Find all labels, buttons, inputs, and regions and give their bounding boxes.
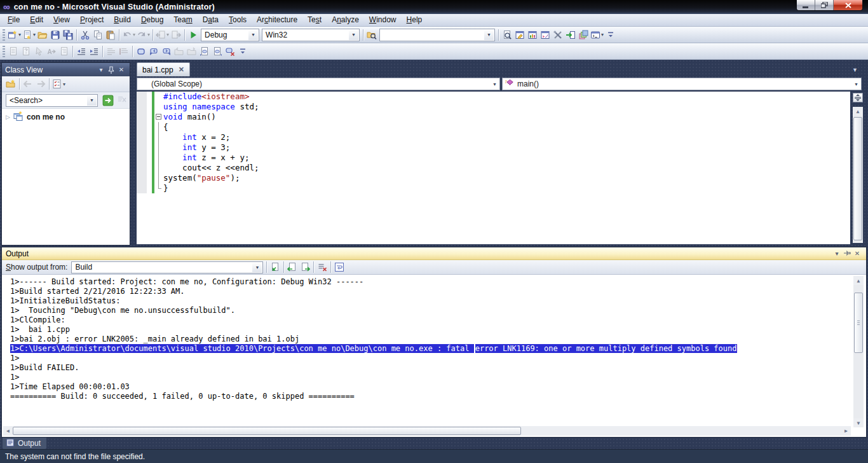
toolbox-icon[interactable] bbox=[539, 28, 552, 42]
scroll-right-icon[interactable]: ▶ bbox=[841, 428, 851, 434]
minimize-button[interactable] bbox=[797, 0, 815, 10]
output-source-combobox[interactable]: Build ▼ bbox=[71, 261, 263, 273]
open-file-icon[interactable] bbox=[36, 28, 49, 42]
output-window-tab[interactable]: Output bbox=[3, 438, 46, 449]
chevron-down-icon[interactable]: ▾ bbox=[63, 81, 65, 87]
output-horizontal-scrollbar[interactable]: ◀ ▶ bbox=[3, 426, 851, 436]
close-icon[interactable]: ✕ bbox=[852, 249, 862, 258]
class-view-title-bar[interactable]: Class View ▾ ✕ bbox=[2, 63, 130, 76]
bookmark-toggle-icon[interactable] bbox=[135, 45, 147, 59]
menu-edit[interactable]: Edit bbox=[25, 14, 48, 26]
toolbar-grip[interactable] bbox=[3, 46, 5, 57]
scope-dropdown[interactable]: (Global Scope) ▼ bbox=[137, 78, 500, 90]
output-vertical-scrollbar[interactable]: ▲ ▼ bbox=[853, 276, 864, 427]
menu-build[interactable]: Build bbox=[109, 14, 136, 26]
chevron-down-icon[interactable]: ▼ bbox=[484, 30, 494, 40]
scrollbar-thumb[interactable] bbox=[13, 427, 521, 435]
indicator-margin[interactable] bbox=[137, 173, 147, 183]
search-input[interactable]: <Search> ▼ bbox=[6, 94, 98, 107]
properties-window-icon[interactable] bbox=[513, 28, 526, 42]
output-content[interactable]: 1>------ Build started: Project: con me … bbox=[2, 275, 866, 437]
document-tab[interactable]: bai 1.cpp ✕ bbox=[137, 62, 190, 76]
menu-team[interactable]: Team bbox=[168, 14, 197, 26]
menu-project[interactable]: Project bbox=[75, 14, 109, 26]
indicator-margin[interactable] bbox=[137, 102, 147, 112]
menu-window[interactable]: Window bbox=[364, 14, 402, 26]
pin-icon[interactable] bbox=[106, 65, 116, 74]
bookmark-next-doc-icon[interactable] bbox=[211, 45, 224, 59]
collapse-box-icon[interactable] bbox=[156, 114, 161, 120]
menu-tools[interactable]: Tools bbox=[224, 14, 252, 26]
copy-icon[interactable] bbox=[92, 28, 104, 42]
auto-hide-pin-icon[interactable] bbox=[842, 249, 852, 258]
scrollbar-track[interactable] bbox=[853, 285, 864, 418]
scroll-left-icon[interactable]: ◀ bbox=[3, 428, 13, 434]
scroll-up-icon[interactable]: ▲ bbox=[853, 107, 863, 116]
search-go-button[interactable] bbox=[102, 94, 114, 107]
toolbar-overflow-icon[interactable] bbox=[236, 45, 249, 59]
tree-item-project[interactable]: ▷ con me no bbox=[2, 111, 130, 123]
view-settings-icon[interactable]: ▾ bbox=[51, 77, 66, 91]
bookmark-prev-icon[interactable] bbox=[147, 45, 160, 59]
scroll-up-icon[interactable]: ▲ bbox=[853, 276, 864, 285]
new-project-icon[interactable]: ▾ bbox=[7, 28, 22, 42]
save-icon[interactable] bbox=[49, 28, 62, 42]
window-position-icon[interactable]: ▾ bbox=[832, 249, 842, 258]
indicator-margin[interactable] bbox=[137, 142, 147, 153]
scrollbar-track[interactable] bbox=[853, 116, 863, 243]
object-browser-icon[interactable] bbox=[526, 28, 539, 42]
indicator-margin[interactable] bbox=[137, 153, 147, 163]
menu-architecture[interactable]: Architecture bbox=[252, 14, 302, 26]
menu-help[interactable]: Help bbox=[402, 14, 428, 26]
editor-vertical-scrollbar[interactable]: ▲ bbox=[853, 93, 863, 244]
splitter-handle-icon[interactable] bbox=[853, 93, 863, 102]
bookmark-clear-icon[interactable] bbox=[224, 45, 236, 59]
menu-analyze[interactable]: Analyze bbox=[327, 14, 364, 26]
goto-message-icon[interactable] bbox=[269, 260, 281, 274]
chevron-down-icon[interactable]: ▾ bbox=[601, 32, 604, 38]
start-debugging-icon[interactable] bbox=[187, 28, 200, 42]
indicator-margin[interactable] bbox=[137, 112, 147, 122]
new-folder-icon[interactable] bbox=[4, 77, 17, 91]
indicator-margin[interactable] bbox=[137, 92, 147, 102]
chevron-down-icon[interactable]: ▼ bbox=[349, 30, 358, 40]
close-tab-icon[interactable]: ✕ bbox=[179, 66, 184, 74]
code-editor[interactable]: #include<iostream>using namespace std;vo… bbox=[137, 92, 850, 244]
team-explorer-icon[interactable] bbox=[564, 28, 577, 42]
restore-button[interactable] bbox=[815, 0, 834, 10]
chevron-down-icon[interactable]: ▼ bbox=[248, 30, 258, 40]
chevron-down-icon[interactable]: ▼ bbox=[492, 82, 497, 86]
window-position-icon[interactable]: ▾ bbox=[96, 65, 106, 74]
windows-icon[interactable] bbox=[577, 28, 590, 42]
save-all-icon[interactable] bbox=[62, 28, 74, 42]
clear-all-icon[interactable] bbox=[316, 260, 329, 274]
toolbar-overflow-icon[interactable] bbox=[604, 28, 617, 42]
add-item-icon[interactable]: ▾ bbox=[22, 28, 36, 42]
menu-data[interactable]: Data bbox=[198, 14, 224, 26]
cut-icon[interactable] bbox=[79, 28, 92, 42]
output-title-bar[interactable]: Output ▾ ✕ bbox=[2, 247, 866, 260]
indicator-margin[interactable] bbox=[137, 132, 147, 142]
solution-explorer-icon[interactable] bbox=[501, 28, 513, 42]
tree-expander-icon[interactable]: ▷ bbox=[6, 114, 13, 120]
command-window-icon[interactable]: ▾ bbox=[590, 28, 604, 42]
scroll-down-icon[interactable]: ▼ bbox=[853, 418, 864, 427]
bookmark-prev-doc-icon[interactable] bbox=[198, 45, 211, 59]
indent-decrease-icon[interactable] bbox=[75, 45, 88, 59]
chevron-down-icon[interactable]: ▾ bbox=[18, 32, 21, 38]
toolbar-grip[interactable] bbox=[3, 29, 5, 41]
extension-manager-icon[interactable] bbox=[552, 28, 564, 42]
member-dropdown[interactable]: main() ▼ bbox=[502, 78, 862, 90]
find-in-files-icon[interactable] bbox=[365, 28, 378, 42]
scrollbar-thumb[interactable] bbox=[853, 117, 862, 240]
chevron-down-icon[interactable]: ▼ bbox=[854, 82, 858, 86]
indent-increase-icon[interactable] bbox=[88, 45, 100, 59]
indicator-margin[interactable] bbox=[137, 183, 147, 193]
next-message-icon[interactable] bbox=[299, 260, 311, 274]
paste-icon[interactable] bbox=[104, 28, 117, 42]
indicator-margin[interactable] bbox=[137, 163, 147, 173]
indicator-margin[interactable] bbox=[137, 122, 147, 132]
chevron-down-icon[interactable]: ▾ bbox=[33, 32, 36, 38]
close-icon[interactable]: ✕ bbox=[116, 65, 126, 74]
chevron-down-icon[interactable]: ▼ bbox=[252, 263, 262, 272]
